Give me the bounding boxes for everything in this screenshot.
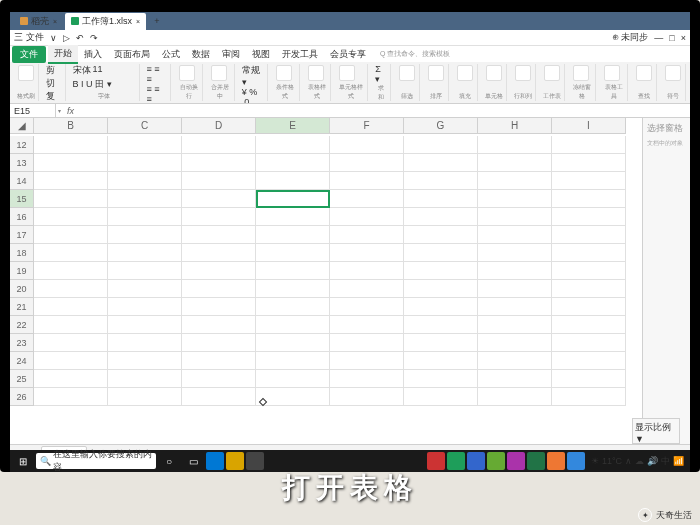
cell[interactable] <box>34 154 108 172</box>
cell[interactable] <box>330 352 404 370</box>
wps-icon[interactable] <box>447 452 465 470</box>
cell[interactable] <box>330 208 404 226</box>
cell[interactable] <box>182 208 256 226</box>
cell[interactable] <box>182 298 256 316</box>
row-header[interactable]: 14 <box>10 172 34 190</box>
cell[interactable] <box>478 370 552 388</box>
cell[interactable] <box>256 226 330 244</box>
menu-insert[interactable]: 插入 <box>78 46 108 63</box>
column-header[interactable]: B <box>34 118 108 134</box>
cell[interactable] <box>182 244 256 262</box>
cell[interactable] <box>552 136 626 154</box>
menu-data[interactable]: 数据 <box>186 46 216 63</box>
cell[interactable] <box>108 262 182 280</box>
cell[interactable] <box>108 334 182 352</box>
row-header[interactable]: 19 <box>10 262 34 280</box>
app-icon-6[interactable] <box>547 452 565 470</box>
cell[interactable] <box>108 226 182 244</box>
row-header[interactable]: 20 <box>10 280 34 298</box>
cell[interactable] <box>182 352 256 370</box>
tab-add[interactable]: + <box>148 14 165 28</box>
cell[interactable] <box>182 370 256 388</box>
cell[interactable] <box>330 388 404 406</box>
cell[interactable] <box>256 280 330 298</box>
row-header[interactable]: 17 <box>10 226 34 244</box>
cell[interactable] <box>404 226 478 244</box>
cell[interactable] <box>108 352 182 370</box>
cell[interactable] <box>404 208 478 226</box>
cell[interactable] <box>182 262 256 280</box>
paste-button[interactable] <box>18 65 34 81</box>
cell[interactable] <box>404 190 478 208</box>
app-icon-2[interactable] <box>427 452 445 470</box>
cell[interactable] <box>404 316 478 334</box>
cell[interactable] <box>552 334 626 352</box>
cell[interactable] <box>404 262 478 280</box>
file-menu-icon[interactable]: 三 文件 <box>14 31 44 44</box>
cell[interactable] <box>108 316 182 334</box>
tab-shell[interactable]: 稻壳× <box>14 13 63 30</box>
column-header[interactable]: D <box>182 118 256 134</box>
sync-status[interactable]: ⊕ 未同步 <box>612 31 649 44</box>
cell[interactable] <box>478 262 552 280</box>
cell[interactable] <box>330 226 404 244</box>
cell[interactable] <box>256 370 330 388</box>
cell[interactable] <box>478 352 552 370</box>
cell[interactable] <box>34 334 108 352</box>
cell[interactable] <box>404 352 478 370</box>
cell[interactable] <box>478 190 552 208</box>
column-header[interactable]: I <box>552 118 626 134</box>
cell[interactable] <box>330 334 404 352</box>
cell[interactable] <box>478 388 552 406</box>
cell[interactable] <box>330 190 404 208</box>
cell[interactable] <box>552 154 626 172</box>
cell[interactable] <box>552 226 626 244</box>
cell[interactable] <box>478 226 552 244</box>
cell[interactable] <box>182 334 256 352</box>
tab-workbook[interactable]: 工作簿1.xlsx× <box>65 13 146 30</box>
cell[interactable] <box>404 172 478 190</box>
cell[interactable] <box>404 334 478 352</box>
cell[interactable] <box>330 370 404 388</box>
ref-dropdown-icon[interactable]: ▾ <box>56 107 63 114</box>
menu-start[interactable]: 开始 <box>48 45 78 64</box>
cell[interactable] <box>478 208 552 226</box>
app-icon-5[interactable] <box>507 452 525 470</box>
cell[interactable] <box>34 316 108 334</box>
row-header[interactable]: 15 <box>10 190 34 208</box>
row-header[interactable]: 12 <box>10 136 34 154</box>
row-header[interactable]: 24 <box>10 352 34 370</box>
cell[interactable] <box>108 154 182 172</box>
cell[interactable] <box>330 262 404 280</box>
task-view-icon[interactable]: ▭ <box>182 452 204 470</box>
cell[interactable] <box>478 244 552 262</box>
cell[interactable] <box>182 154 256 172</box>
cell[interactable] <box>34 208 108 226</box>
spreadsheet[interactable]: ◢BCDEFGHI121314151617181920212223242526 <box>10 118 642 462</box>
cortana-icon[interactable]: ○ <box>158 452 180 470</box>
cell[interactable] <box>552 352 626 370</box>
cell[interactable] <box>34 280 108 298</box>
cell[interactable] <box>108 172 182 190</box>
cell[interactable] <box>182 388 256 406</box>
row-header[interactable]: 21 <box>10 298 34 316</box>
menu-dev[interactable]: 开发工具 <box>276 46 324 63</box>
cell[interactable] <box>552 208 626 226</box>
cell[interactable] <box>34 298 108 316</box>
cell[interactable] <box>34 262 108 280</box>
cell[interactable] <box>478 280 552 298</box>
row-header[interactable]: 26 <box>10 388 34 406</box>
row-header[interactable]: 25 <box>10 370 34 388</box>
cell-reference[interactable]: E15 <box>10 104 56 117</box>
column-header[interactable]: C <box>108 118 182 134</box>
cell[interactable] <box>256 172 330 190</box>
cell[interactable] <box>552 370 626 388</box>
cell[interactable] <box>256 316 330 334</box>
cell[interactable] <box>552 298 626 316</box>
cell[interactable] <box>256 388 330 406</box>
cell[interactable] <box>478 154 552 172</box>
row-header[interactable]: 18 <box>10 244 34 262</box>
start-button[interactable]: ⊞ <box>12 452 34 470</box>
cell[interactable] <box>256 298 330 316</box>
cell[interactable] <box>478 172 552 190</box>
